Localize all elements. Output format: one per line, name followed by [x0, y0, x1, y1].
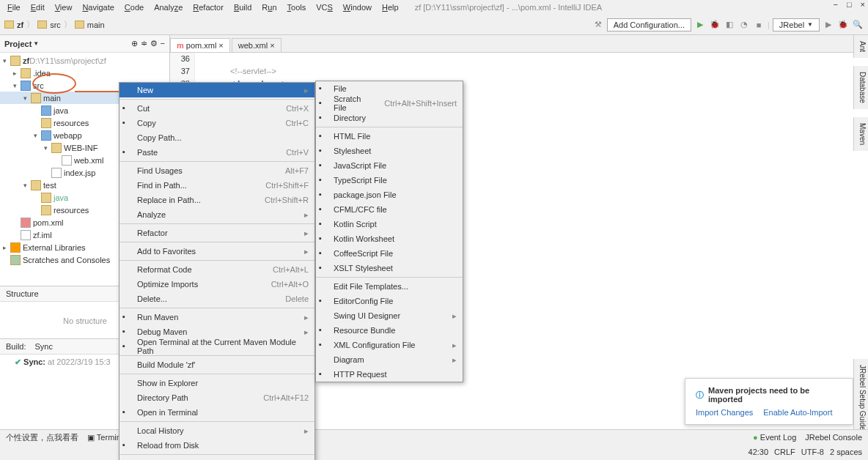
run-icon[interactable]: ▶ — [694, 19, 706, 31]
vtab-ant[interactable]: Ant — [853, 35, 868, 58]
menu-item[interactable]: Analyze▸ — [119, 207, 315, 222]
menu-run[interactable]: Run — [257, 2, 281, 12]
profile-icon[interactable]: ◔ — [738, 19, 750, 31]
menu-item[interactable]: ▪EditorConfig File — [316, 294, 463, 308]
close-icon[interactable]: × — [270, 41, 274, 50]
menu-item[interactable]: Local History▸ — [119, 423, 315, 438]
coverage-icon[interactable]: ◧ — [724, 19, 735, 31]
menu-item[interactable]: ▪Compare With...Ctrl+D — [119, 456, 315, 460]
menu-window[interactable]: Window — [339, 2, 376, 12]
close-icon[interactable]: × — [218, 41, 223, 50]
menu-item[interactable]: ▪CopyCtrl+C — [119, 116, 315, 130]
file-icon: ▪ — [319, 84, 329, 94]
menu-item[interactable]: Refactor▸ — [119, 226, 315, 240]
vtab-database[interactable]: Database — [853, 66, 868, 109]
debug-icon[interactable]: 🐞 — [709, 19, 721, 31]
folder-icon: ▪ — [319, 113, 329, 123]
menu-item[interactable]: ▪Debug Maven▸ — [119, 324, 315, 339]
menu-item[interactable]: ▪Run Maven▸ — [119, 310, 315, 324]
menu-item[interactable]: Edit File Templates... — [316, 279, 463, 294]
menu-item[interactable]: ▪CoffeeScript File — [316, 246, 463, 261]
gear-icon[interactable]: ⚙ — [150, 39, 158, 48]
menu-item[interactable]: ▪Reload from Disk — [119, 438, 315, 453]
menu-view[interactable]: View — [51, 2, 77, 12]
jrebel-run-icon[interactable]: ▶ — [823, 19, 834, 31]
menu-analyze[interactable]: Analyze — [150, 2, 187, 12]
menu-item[interactable]: ▪Stylesheet — [316, 144, 463, 158]
menu-item[interactable]: ▪Resource Bundle — [316, 323, 463, 338]
jrebel-console-tab[interactable]: JRebel Console — [805, 433, 862, 442]
menu-vcs[interactable]: VCS — [312, 2, 337, 12]
menu-item[interactable]: Reformat CodeCtrl+Alt+L — [119, 262, 315, 277]
menu-item[interactable]: Copy Path... — [119, 130, 315, 145]
menu-item[interactable]: ▪TypeScript File — [316, 173, 463, 188]
stop-icon[interactable]: ■ — [753, 19, 765, 31]
menu-item[interactable]: Build Module 'zf' — [119, 357, 315, 372]
tab-web[interactable]: web.xml× — [232, 38, 282, 52]
run-config-combo[interactable]: Add Configuration... — [607, 18, 691, 31]
menu-item[interactable]: ▪XSLT Stylesheet — [316, 261, 463, 275]
menu-code[interactable]: Code — [120, 2, 148, 12]
hide-icon[interactable]: − — [161, 39, 165, 48]
menu-item[interactable]: Replace in Path...Ctrl+Shift+R — [119, 193, 315, 207]
enable-auto-import-link[interactable]: Enable Auto-Import — [763, 408, 832, 417]
jrebel-debug-icon[interactable]: 🐞 — [837, 19, 849, 31]
menu-item[interactable]: ▪HTTP Request — [316, 367, 463, 382]
project-label[interactable]: Project — [4, 40, 32, 48]
menu-file[interactable]: File — [3, 2, 25, 12]
menu-item[interactable]: Add to Favorites▸ — [119, 244, 315, 259]
menu-item[interactable]: Directory PathCtrl+Alt+F12 — [119, 390, 315, 405]
eventlog-tab[interactable]: ● Event Log — [753, 433, 796, 442]
terminal-icon: ▪ — [122, 341, 133, 352]
window-controls[interactable]: −□× — [833, 0, 865, 9]
menu-item[interactable]: ▪File — [316, 81, 463, 96]
context-menu[interactable]: New▸▪CutCtrl+X▪CopyCtrl+CCopy Path...▪Pa… — [119, 82, 315, 460]
menu-refactor[interactable]: Refactor — [188, 2, 228, 12]
vtab-maven[interactable]: Maven — [853, 117, 868, 151]
menu-item[interactable]: ▪Open in Terminal — [119, 405, 315, 420]
vtab-jrebel[interactable]: JRebel Setup Guide — [853, 359, 868, 437]
menu-item[interactable]: New▸ — [119, 83, 315, 97]
import-changes-link[interactable]: Import Changes — [696, 408, 753, 417]
menu-item[interactable]: ▪Directory — [316, 111, 463, 125]
menu-item[interactable]: ▪XML Configuration File▸ — [316, 338, 463, 352]
target-icon[interactable]: ⊕ — [131, 39, 138, 48]
folder-icon — [4, 21, 14, 29]
html-icon: ▪ — [319, 131, 329, 141]
menu-help[interactable]: Help — [378, 2, 403, 12]
menu-item[interactable]: ▪Kotlin Script — [316, 217, 463, 231]
menu-item[interactable]: ▪HTML File — [316, 129, 463, 144]
menu-item[interactable]: ▪PasteCtrl+V — [119, 145, 315, 160]
menu-navigate[interactable]: Navigate — [78, 2, 118, 12]
menu-item[interactable]: Delete...Delete — [119, 292, 315, 306]
menu-item[interactable]: Swing UI Designer▸ — [316, 308, 463, 323]
menu-item[interactable]: ▪package.json File — [316, 188, 463, 202]
menu-item[interactable]: ▪CFML/CFC file — [316, 202, 463, 217]
tab-pom[interactable]: mpom.xml× — [170, 38, 230, 52]
hammer-icon[interactable]: ⚒ — [592, 19, 604, 31]
new-submenu[interactable]: ▪File▪Scratch FileCtrl+Alt+Shift+Insert▪… — [315, 81, 463, 382]
debug-icon: ▪ — [122, 327, 133, 337]
menu-item[interactable]: ▪JavaScript File — [316, 158, 463, 173]
ec-icon: ▪ — [319, 296, 329, 306]
kt-icon: ▪ — [319, 219, 329, 229]
collapse-icon[interactable]: ≑ — [141, 39, 147, 48]
menu-item[interactable]: ▪CutCtrl+X — [119, 101, 315, 116]
menu-item[interactable]: ▪Kotlin Worksheet — [316, 231, 463, 246]
reload-icon: ▪ — [122, 440, 133, 450]
menu-item[interactable]: Optimize ImportsCtrl+Alt+O — [119, 277, 315, 292]
run-icon: ▪ — [122, 312, 133, 322]
menu-item[interactable]: Find UsagesAlt+F7 — [119, 163, 315, 178]
menu-item[interactable]: Find in Path...Ctrl+Shift+F — [119, 178, 315, 193]
menu-item[interactable]: ▪Scratch FileCtrl+Alt+Shift+Insert — [316, 96, 463, 111]
search-icon[interactable]: 🔍 — [852, 19, 864, 31]
menu-build[interactable]: Build — [229, 2, 256, 12]
menu-item[interactable]: Show in Explorer — [119, 376, 315, 390]
menu-item[interactable]: Diagram▸ — [316, 352, 463, 367]
menu-edit[interactable]: Edit — [26, 2, 49, 12]
jrebel-combo[interactable]: JRebel ▼ — [773, 18, 820, 31]
xml-icon: ▪ — [319, 340, 329, 350]
breadcrumb[interactable]: zf〉 src〉 main — [4, 19, 105, 30]
menu-item[interactable]: ▪Open Terminal at the Current Maven Modu… — [119, 339, 315, 354]
menu-tools[interactable]: Tools — [283, 2, 311, 12]
